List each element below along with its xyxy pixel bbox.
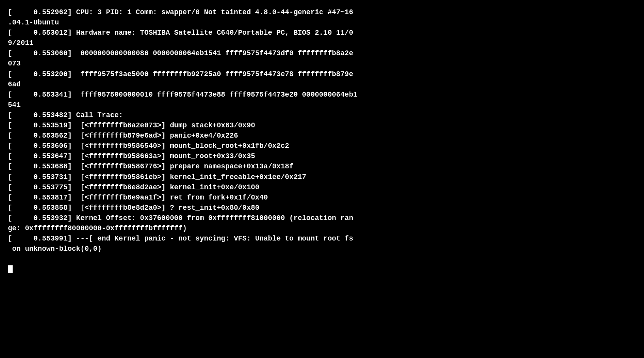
terminal-cursor (8, 265, 13, 273)
terminal-output: [ 0.552962] CPU: 3 PID: 1 Comm: swapper/… (8, 7, 636, 274)
